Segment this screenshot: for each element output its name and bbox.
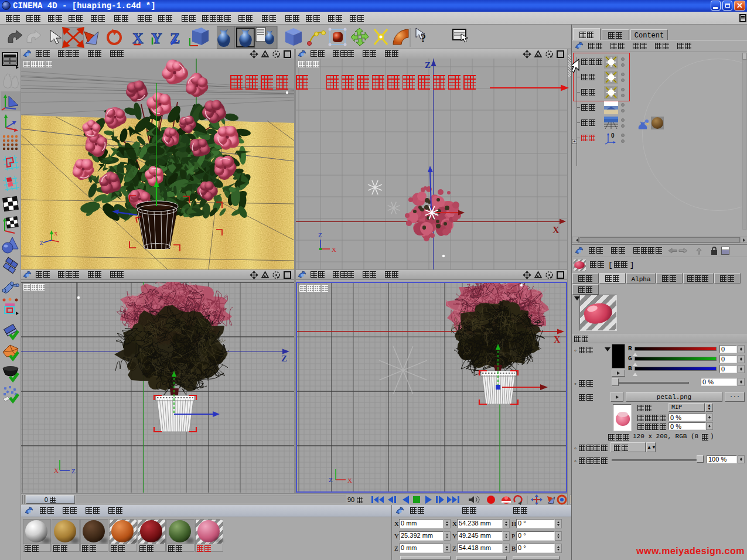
svg-text:Z: Z [40,240,43,246]
svg-text:?: ? [421,33,426,45]
svg-text:X: X [54,231,58,237]
svg-text:X: X [554,334,561,344]
svg-text:X: X [552,225,560,235]
svg-text:0: 0 [611,132,615,139]
svg-text:X: X [54,467,59,474]
svg-text:X: X [332,246,336,253]
svg-text:Z: Z [281,354,287,363]
svg-text:Z: Z [425,60,431,70]
svg-text:Z: Z [329,476,333,483]
svg-text:Z: Z [318,231,322,238]
svg-text:X: X [347,477,352,484]
svg-text:Z: Z [71,467,76,474]
